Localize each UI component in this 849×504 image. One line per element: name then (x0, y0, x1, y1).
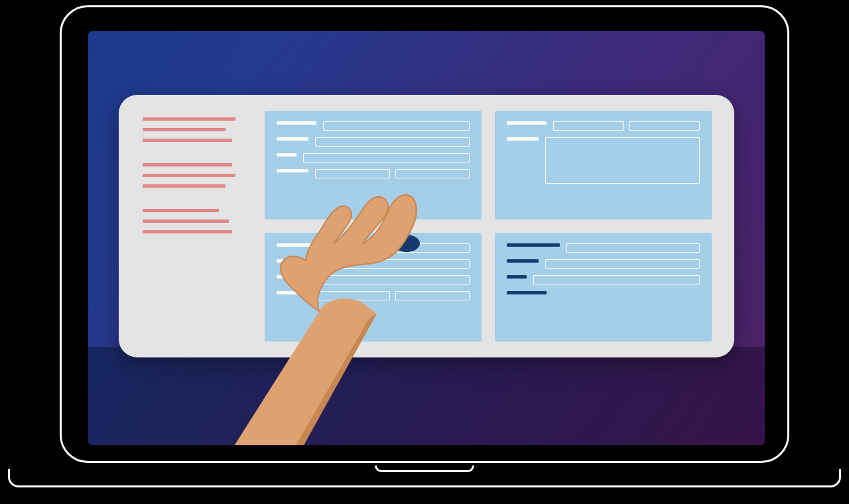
card-field[interactable] (553, 121, 624, 131)
card-field[interactable] (323, 121, 470, 131)
card-label (277, 275, 296, 279)
card-label (277, 169, 308, 172)
card-label (277, 259, 308, 263)
card[interactable] (495, 111, 712, 220)
card-label (277, 291, 308, 294)
card[interactable] (495, 233, 712, 342)
card-label (277, 137, 308, 141)
card-label (277, 121, 316, 125)
card[interactable] (265, 111, 482, 220)
sidebar-item[interactable] (143, 230, 232, 233)
card-label (507, 291, 547, 294)
card-label (507, 137, 539, 141)
laptop-trackpad-notch (375, 466, 474, 472)
sidebar-item[interactable] (143, 174, 235, 177)
sidebar-item[interactable] (143, 163, 232, 166)
sidebar-item[interactable] (143, 220, 229, 223)
card-field[interactable] (323, 243, 470, 253)
sidebar (119, 95, 258, 357)
laptop-body (60, 5, 789, 463)
sidebar-group (143, 209, 241, 233)
sidebar-group (143, 117, 241, 142)
card-grid (258, 95, 734, 357)
card[interactable] (265, 233, 482, 342)
desk-shadow (88, 347, 765, 445)
card-label (277, 243, 316, 247)
app-panel (119, 95, 734, 357)
card-field[interactable] (395, 169, 470, 178)
card-field[interactable] (545, 137, 700, 184)
card-label (507, 243, 560, 247)
sidebar-item[interactable] (143, 184, 226, 188)
sidebar-item[interactable] (143, 128, 226, 131)
card-label (277, 153, 296, 157)
card-label (507, 275, 527, 279)
sidebar-item[interactable] (143, 117, 235, 121)
card-field[interactable] (315, 169, 390, 178)
sidebar-item[interactable] (143, 209, 219, 212)
card-field[interactable] (315, 259, 470, 269)
sidebar-group (143, 163, 241, 188)
card-field[interactable] (545, 259, 700, 269)
card-field[interactable] (303, 275, 470, 284)
card-label (507, 259, 539, 263)
sidebar-item[interactable] (143, 139, 232, 142)
card-field[interactable] (395, 291, 470, 300)
card-field[interactable] (629, 121, 700, 131)
card-field[interactable] (566, 243, 700, 253)
card-field[interactable] (303, 153, 470, 162)
card-field[interactable] (315, 291, 390, 300)
card-label (507, 121, 547, 125)
laptop-screen (88, 31, 765, 445)
card-field[interactable] (315, 137, 470, 147)
card-field[interactable] (533, 275, 700, 284)
